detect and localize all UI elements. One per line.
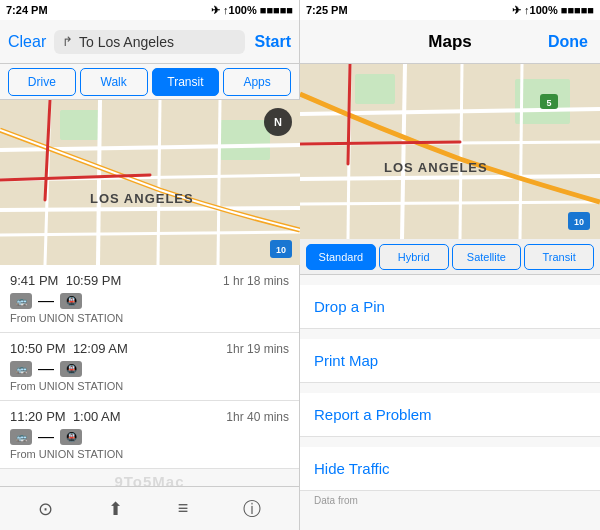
segment-walk[interactable]: Walk: [80, 68, 148, 96]
clear-button[interactable]: Clear: [8, 33, 48, 51]
segment-apps[interactable]: Apps: [223, 68, 291, 96]
right-title: Maps: [428, 32, 471, 52]
menu-item-report-problem[interactable]: Report a Problem: [300, 393, 600, 437]
segment-bar: Drive Walk Transit Apps: [0, 64, 299, 100]
status-bar-right: 7:25 PM ✈ ↑100% ■■■■■: [300, 0, 600, 20]
transit-duration-0: 1 hr 18 mins: [223, 274, 289, 288]
bus-icon-0: 🚌: [10, 293, 32, 309]
transit-item-0[interactable]: 9:41 PM 10:59 PM 1 hr 18 mins 🚌 — 🚇 From…: [0, 265, 299, 333]
segment-drive[interactable]: Drive: [8, 68, 76, 96]
map-area-left[interactable]: 10 LOS ANGELES N: [0, 100, 300, 265]
bus-icon-2: 🚌: [10, 429, 32, 445]
left-signal: ✈ ↑100% ■■■■■: [211, 4, 293, 17]
right-panel: 7:25 PM ✈ ↑100% ■■■■■ Maps Done 10: [300, 0, 600, 530]
svg-line-9: [158, 100, 160, 265]
menu-divider-1: [300, 329, 600, 339]
transit-icons-0: 🚌 — 🚇: [10, 292, 289, 310]
menu-divider-0: [300, 275, 600, 285]
right-nav-bar: Maps Done: [300, 20, 600, 64]
svg-line-8: [98, 100, 100, 265]
transit-time-0: 9:41 PM 10:59 PM: [10, 273, 121, 288]
menu-divider-2: [300, 383, 600, 393]
svg-rect-1: [60, 110, 100, 140]
transit-duration-2: 1hr 40 mins: [226, 410, 289, 424]
map-label-los-angeles-left: LOS ANGELES: [90, 191, 194, 206]
transit-origin-0: From UNION STATION: [10, 312, 289, 324]
transit-origin-1: From UNION STATION: [10, 380, 289, 392]
watermark-left: 9To5Mac: [0, 469, 299, 486]
status-bar-left: 7:24 PM ✈ ↑100% ■■■■■: [0, 0, 299, 20]
svg-line-25: [520, 64, 522, 239]
right-signal: ✈ ↑100% ■■■■■: [512, 4, 594, 17]
transit-duration-1: 1hr 19 mins: [226, 342, 289, 356]
nav-bar-left: Clear ↱ To Los Angeles Start: [0, 20, 299, 64]
bus-icon-1: 🚌: [10, 361, 32, 377]
done-button[interactable]: Done: [548, 33, 588, 51]
svg-line-26: [300, 142, 460, 144]
svg-line-5: [0, 208, 300, 210]
rail-icon-0: 🚇: [60, 293, 82, 309]
menu-item-print-map[interactable]: Print Map: [300, 339, 600, 383]
list-icon[interactable]: ≡: [178, 498, 189, 519]
share-icon[interactable]: ⬆: [108, 498, 123, 520]
transit-list: 9:41 PM 10:59 PM 1 hr 18 mins 🚌 — 🚇 From…: [0, 265, 299, 486]
menu-item-hide-traffic[interactable]: Hide Traffic: [300, 447, 600, 491]
map-svg-right: 10 5: [300, 64, 600, 239]
map-area-right[interactable]: 10 5 LOS ANGELES: [300, 64, 600, 239]
menu-item-drop-pin[interactable]: Drop a Pin: [300, 285, 600, 329]
destination-text: To Los Angeles: [79, 34, 174, 50]
svg-line-21: [300, 202, 600, 204]
map-type-hybrid[interactable]: Hybrid: [379, 244, 449, 270]
svg-text:10: 10: [574, 217, 584, 227]
destination-field[interactable]: ↱ To Los Angeles: [54, 30, 245, 54]
svg-rect-2: [220, 120, 270, 160]
right-menu: Drop a Pin Print Map Report a Problem Hi…: [300, 275, 600, 530]
transit-time-1: 10:50 PM 12:09 AM: [10, 341, 128, 356]
right-time: 7:25 PM: [306, 4, 348, 16]
location-icon[interactable]: ⊙: [38, 498, 53, 520]
rail-icon-2: 🚇: [60, 429, 82, 445]
map-type-transit[interactable]: Transit: [524, 244, 594, 270]
rail-icon-1: 🚇: [60, 361, 82, 377]
transit-item-1[interactable]: 10:50 PM 12:09 AM 1hr 19 mins 🚌 — 🚇 From…: [0, 333, 299, 401]
map-type-standard[interactable]: Standard: [306, 244, 376, 270]
bottom-toolbar-left: ⊙ ⬆ ≡ ⓘ: [0, 486, 299, 530]
start-button[interactable]: Start: [251, 33, 291, 51]
compass-left[interactable]: N: [264, 108, 292, 136]
transit-icons-2: 🚌 — 🚇: [10, 428, 289, 446]
svg-text:10: 10: [276, 245, 286, 255]
map-svg-left: 10: [0, 100, 300, 265]
data-from-label: Data from: [300, 491, 600, 510]
map-type-bar: Standard Hybrid Satellite Transit: [300, 239, 600, 275]
left-time: 7:24 PM: [6, 4, 48, 16]
transit-item-2[interactable]: 11:20 PM 1:00 AM 1hr 40 mins 🚌 — 🚇 From …: [0, 401, 299, 469]
info-icon[interactable]: ⓘ: [243, 497, 261, 521]
menu-divider-3: [300, 437, 600, 447]
map-type-satellite[interactable]: Satellite: [452, 244, 522, 270]
transit-time-2: 11:20 PM 1:00 AM: [10, 409, 121, 424]
svg-line-10: [218, 100, 220, 265]
left-panel: 7:24 PM ✈ ↑100% ■■■■■ Clear ↱ To Los Ang…: [0, 0, 300, 530]
transit-origin-2: From UNION STATION: [10, 448, 289, 460]
svg-text:5: 5: [546, 98, 551, 108]
map-label-los-angeles-right: LOS ANGELES: [384, 160, 488, 175]
svg-line-27: [348, 64, 350, 164]
svg-line-24: [460, 64, 462, 239]
segment-transit[interactable]: Transit: [152, 68, 220, 96]
turn-icon: ↱: [62, 34, 73, 49]
svg-rect-16: [355, 74, 395, 104]
transit-icons-1: 🚌 — 🚇: [10, 360, 289, 378]
